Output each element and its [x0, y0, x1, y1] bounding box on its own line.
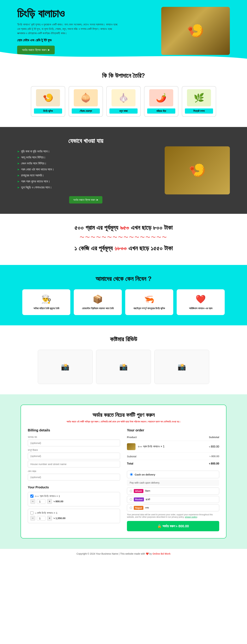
final-order-button[interactable]: 🔒 অর্ডার করুন ৳ 800.00	[127, 521, 219, 531]
footer-copyright: Copyright © 2024 Your Business Name | Th…	[76, 552, 152, 555]
summary-table: Product Subtotal ৫০০ গ্রাম চিংড়ি বালাচা…	[127, 436, 219, 467]
hero-subtitle: হোম মেইড এবং রেডি টু ইট ফুড	[17, 38, 120, 42]
order-notice: অর্ডার করতে এই ফর্মটি অপ্রিয় পূরণ করুন।…	[28, 420, 219, 423]
how-to-eat-content: যেভাবে খাওয়া যায় মুড়ি মাখা বা মুড়ি ভ…	[17, 137, 154, 204]
product-checkbox-1[interactable]	[30, 494, 34, 498]
how-to-eat-item-2: বেগুন ভর্তার সাথে মিশিয়ে।	[17, 162, 154, 165]
name-label: আপনার নাম	[28, 436, 120, 438]
qty-input-2[interactable]	[37, 516, 46, 520]
price-wave: 〜〜〜〜〜〜〜〜〜〜〜〜〜〜〜〜	[17, 234, 230, 240]
hero-food-image: 🍤	[161, 7, 230, 55]
price-line-2: ১ কেজি এর পূর্বমূল্য ১৮০০ এখন ছাড়ে ১৫৫০…	[17, 245, 230, 252]
how-to-eat-item-4: চানাচুরের মতো সরাসরি।	[17, 174, 154, 177]
ingredient-image-1: 🧅	[74, 89, 98, 106]
cash-description: Pay with cash upon delivery.	[127, 480, 219, 486]
hero-content: চিংড়ি বালাচাও 'চিংড়ি বালাচাও' খুবই সুস…	[17, 8, 120, 54]
why-icon-1: 📦	[77, 294, 118, 304]
address-label: সম্পূর্ণ ঠিকানা	[28, 449, 120, 452]
product-price-2: ৳ 1,550.00	[54, 517, 66, 520]
nagad-radio[interactable]	[130, 507, 132, 509]
summary-total-row: Total ৳ 800.00	[127, 460, 219, 468]
rocket-label: রকেট	[146, 498, 150, 501]
reviews-grid: 📸 📸 📸	[17, 350, 230, 384]
phone-input[interactable]	[28, 474, 120, 480]
bkash-logo: bKash	[134, 489, 144, 493]
product-check-1: ৫০০ গ্রাম চিংড়ি বালাচাও × 1	[30, 494, 118, 498]
qty-decrease-1[interactable]: −	[30, 499, 35, 504]
product-item-2: ১ কেজি চিংড়ি বালাচাও × 1 − + ৳ 1,550.00	[28, 509, 120, 523]
ingredients-grid: 🍤 চিংড়ি ভুনিক 🧅 পেঁয়াজ বেরেস্তা 🧄 রসুন…	[17, 86, 230, 117]
rocket-option[interactable]: Rocket রকেট	[127, 496, 219, 503]
ingredient-card-4: 🌿 সিক্রেট মশলা	[182, 86, 216, 117]
address-input[interactable]	[28, 453, 120, 459]
order-form-container: অর্ডার করতে নিচের ফর্মটি পুরণ করুন অর্ডা…	[20, 404, 226, 538]
hero-description: 'চিংড়ি বালাচাও' খুবই সুস্মাদু ও মুখরোচক…	[17, 22, 120, 36]
summary-product-qty: × 1	[160, 445, 164, 448]
how-to-eat-item-6: তুনা খিচুড়ি ও পোলাওয়ের সাথে।	[17, 186, 154, 189]
subtotal-label: Subtotal	[127, 453, 199, 460]
product-label-2: ১ কেজি চিংড়ি বালাচাও × 1	[35, 511, 58, 514]
reviews-section: কাষ্টমার রিভিউ 📸 📸 📸	[0, 325, 247, 394]
cash-on-delivery-option[interactable]: Cash on delivery	[127, 471, 219, 478]
how-to-eat-item-3: গরম ধোয়া ওঠা সাদা ভাতের সাথে।	[17, 168, 154, 171]
how-to-eat-item-0: মুড়ি মাখা বা মুড়ি ভর্তার সাথে।	[17, 150, 154, 153]
summary-product-thumb	[127, 443, 136, 450]
payment-options: Cash on delivery Pay with cash upon deli…	[127, 471, 219, 511]
bkash-label: বিকাশ	[145, 490, 150, 493]
cash-radio[interactable]	[130, 473, 133, 476]
why-card-2: 🦐 বাছাইকৃত সম্পূর্ণ বালনুম্বর চিংড়ি ভুন…	[125, 289, 173, 315]
total-value: ৳ 800.00	[199, 460, 219, 468]
order-form-section: অর্ডার করতে নিচের ফর্মটি পুরণ করুন অর্ডা…	[0, 394, 247, 549]
summary-product-name: ৫০০ গ্রাম চিংড়ি বালাচাও	[138, 445, 160, 448]
product-col-header: Product	[127, 436, 199, 441]
product-price-1: ৳ 800.00	[54, 500, 63, 503]
qty-input-1[interactable]	[37, 499, 46, 504]
summary-product-row: ৫০০ গ্রাম চিংড়ি বালাচাও × 1 ৳ 800.00	[127, 441, 219, 453]
nagad-option[interactable]: Nagad নগদ	[127, 504, 219, 511]
ingredient-card-3: 🌶️ মরিচের গুঁড়া	[144, 86, 178, 117]
hero-image: 🍤	[161, 7, 230, 55]
hero-section: চিংড়ি বালাচাও 'চিংড়ি বালাচাও' খুবই সুস…	[0, 0, 247, 62]
qty-increase-2[interactable]: +	[47, 516, 52, 520]
why-label-2: বাছাইকৃত সম্পূর্ণ বালনুম্বর চিংড়ি ভুনিক	[129, 307, 170, 310]
why-choose-title: আমাদের থেকে কেন নিবেন ?	[17, 275, 230, 282]
why-card-3: ❤️ অরিজিনাল বালাচাও এর স্বাদ	[177, 289, 225, 315]
qty-increase-1[interactable]: +	[47, 499, 52, 504]
ingredient-image-2: 🧄	[112, 89, 136, 106]
how-to-eat-section: যেভাবে খাওয়া যায় মুড়ি মাখা বা মুড়ি ভ…	[0, 127, 247, 214]
why-card-1: 📦 হোমমেইড প্রিমিয়াম বায়ামত ভাবে তৈরি	[74, 289, 122, 315]
product-label-1: ৫০০ গ্রাম চিংড়ি বালাচাও × 1	[35, 494, 60, 498]
review-card-2: 📸	[96, 350, 151, 384]
name-input[interactable]	[28, 440, 120, 446]
why-label-3: অরিজিনাল বালাচাও এর স্বাদ	[180, 307, 221, 310]
qty-decrease-2[interactable]: −	[30, 516, 35, 520]
how-to-eat-order-button[interactable]: অর্ডার করাতে ক্লিক করুন ➤	[69, 196, 102, 204]
ingredient-label-1: পেঁয়াজ বেরেস্তা	[72, 108, 100, 114]
your-products-title: Your Products	[28, 486, 120, 489]
footer-brand-link[interactable]: Online Bd Work	[152, 552, 170, 555]
why-label-1: হোমমেইড প্রিমিয়াম বায়ামত ভাবে তৈরি	[77, 307, 118, 310]
why-label-0: অতিরা বাড়িতে তৈরি ভুমুলয় তৈরি	[26, 307, 67, 310]
how-to-eat-image: 🍤	[165, 146, 230, 194]
privacy-note: Your personal data will be used to proce…	[127, 514, 219, 518]
why-card-0: 👨‍🍳 অতিরা বাড়িতে তৈরি ভুমুলয় তৈরি	[22, 289, 70, 315]
bkash-radio[interactable]	[130, 490, 132, 492]
price-line-1: ৫০০ গ্রাম এর পূর্বমূল্য ৯৫০ এখন ছাড়ে ৮০…	[17, 224, 230, 231]
bkash-option[interactable]: bKash বিকাশ	[127, 488, 219, 494]
order-section-title: অর্ডার করতে নিচের ফর্মটি পুরণ করুন	[28, 412, 219, 418]
subtotal-col-header: Subtotal	[199, 436, 219, 441]
ingredient-card-1: 🧅 পেঁয়াজ বেরেস্তা	[68, 86, 103, 117]
ingredient-label-0: চিংড়ি ভুনিক	[34, 108, 62, 114]
product-item-1: ৫০০ গ্রাম চিংড়ি বালাচাও × 1 − + ৳ 800.0…	[28, 492, 120, 506]
rocket-logo: Rocket	[134, 498, 144, 502]
subtotal-value: ৳ 800.00	[199, 453, 219, 460]
why-choose-section: আমাদের থেকে কেন নিবেন ? 👨‍🍳 অতিরা বাড়িত…	[0, 265, 247, 325]
ingredient-image-0: 🍤	[36, 89, 60, 106]
nagad-label: নগদ	[145, 506, 149, 510]
why-icon-2: 🦐	[129, 294, 170, 304]
street-input[interactable]	[28, 461, 120, 468]
privacy-policy-link[interactable]: privacy policy	[185, 516, 197, 518]
ingredient-image-3: 🌶️	[149, 89, 173, 106]
product-checkbox-2[interactable]	[30, 511, 34, 514]
rocket-radio[interactable]	[130, 498, 132, 500]
